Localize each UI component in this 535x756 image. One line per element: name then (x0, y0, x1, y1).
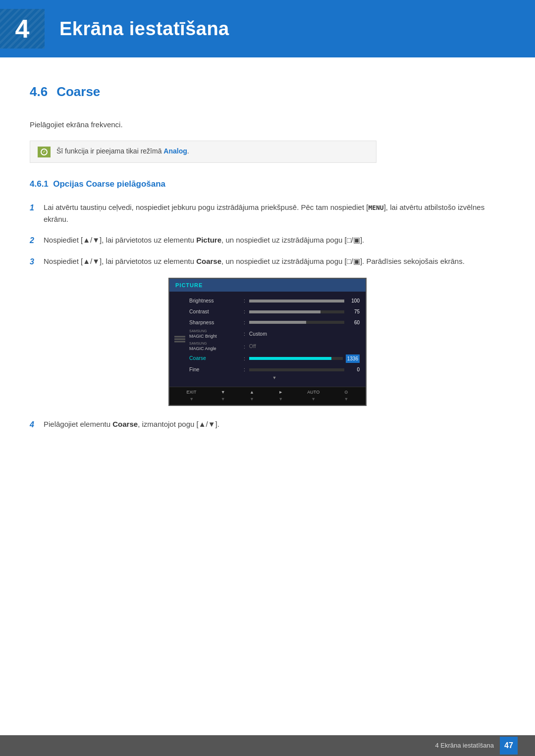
osd-row-sharpness: Sharpness : 60 (189, 317, 360, 328)
osd-title-bar: PICTURE (169, 279, 366, 292)
page-number: 47 (500, 737, 518, 755)
osd-button-bar: EXIT ▼ ▼ ▼ ▲ ▼ ► ▼ AUTO ▼ (169, 387, 366, 405)
step-1: 1 Lai atvērtu taustiņu ceļvedi, nospiedi… (30, 202, 505, 225)
osd-row-contrast: Contrast : 75 (189, 306, 360, 317)
step-3: 3 Nospiediet [▲/▼], lai pārvietotos uz e… (30, 255, 505, 268)
main-content: 4.6 Coarse Pielāgojiet ekrāna frekvenci.… (0, 82, 535, 479)
step-4-number: 4 (30, 419, 44, 431)
step-2: 2 Nospiediet [▲/▼], lai pārvietotos uz e… (30, 234, 505, 247)
page-header: 4 Ekrāna iestatīšana (0, 0, 535, 57)
page-footer: 4 Ekrāna iestatīšana 47 (0, 735, 535, 756)
chapter-title: Ekrāna iestatīšana (59, 15, 229, 43)
step-1-number: 1 (30, 202, 44, 214)
coarse-label-step3: Coarse (196, 257, 221, 265)
steps-list: 1 Lai atvērtu taustiņu ceļvedi, nospiedi… (30, 202, 505, 268)
step-1-text: Lai atvērtu taustiņu ceļvedi, nospiediet… (44, 202, 505, 225)
osd-btn-exit: EXIT ▼ (187, 389, 197, 403)
osd-btn-down: ▼ ▼ (221, 389, 225, 403)
section-number: 4.6 (30, 82, 48, 101)
osd-btn-up: ▲ ▼ (250, 389, 254, 403)
osd-btn-auto: AUTO ▼ (307, 389, 320, 403)
osd-row-magic-angle: SAMSUNGMAGIC Angle : Off (189, 340, 360, 353)
picture-label: Picture (196, 236, 221, 244)
note-icon (38, 147, 51, 157)
osd-row-brightness: Brightness : 100 (189, 296, 360, 306)
step-2-text: Nospiediet [▲/▼], lai pārvietotos uz ele… (44, 234, 505, 246)
note-checkmark-icon (41, 149, 48, 155)
osd-body: Brightness : 100 Contrast : (169, 292, 366, 387)
coarse-label-step4: Coarse (112, 420, 138, 428)
intro-paragraph: Pielāgojiet ekrāna frekvenci. (30, 119, 505, 131)
osd-btn-power: ⊙ ▼ (344, 389, 348, 403)
chapter-number-box: 4 (0, 9, 45, 49)
footer-chapter-text: 4 Ekrāna iestatīšana (435, 741, 494, 751)
osd-scroll-arrow: ▼ (189, 375, 360, 382)
osd-row-coarse: Coarse : 1336 (189, 353, 360, 364)
subsection-heading: 4.6.1 Opcijas Coarse pielāgošana (30, 178, 505, 191)
osd-btn-enter: ► ▼ (278, 389, 283, 403)
section-heading: 4.6 Coarse (30, 82, 505, 101)
step-3-text: Nospiediet [▲/▼], lai pārvietotos uz ele… (44, 255, 505, 267)
osd-screen: PICTURE Brightness : 100 (168, 278, 367, 406)
steps-list-2: 4 Pielāgojiet elementu Coarse, izmantojo… (30, 418, 505, 431)
chapter-number: 4 (15, 9, 30, 48)
menu-key-1: MENU (368, 204, 383, 211)
note-box: Šī funkcija ir pieejama tikai režīmā Ana… (30, 141, 376, 163)
osd-sidebar-icon (174, 336, 185, 342)
step-2-number: 2 (30, 235, 44, 247)
note-text: Šī funkcija ir pieejama tikai režīmā Ana… (56, 146, 189, 156)
osd-row-magic-bright: SAMSUNGMAGIC Bright : Custom (189, 328, 360, 340)
step-4-text: Pielāgojiet elementu Coarse, izmantojot … (44, 418, 505, 430)
osd-container: PICTURE Brightness : 100 (30, 278, 505, 406)
step-4: 4 Pielāgojiet elementu Coarse, izmantojo… (30, 418, 505, 431)
osd-row-fine: Fine : 0 (189, 364, 360, 375)
step-3-number: 3 (30, 256, 44, 268)
section-title: Coarse (56, 82, 100, 101)
